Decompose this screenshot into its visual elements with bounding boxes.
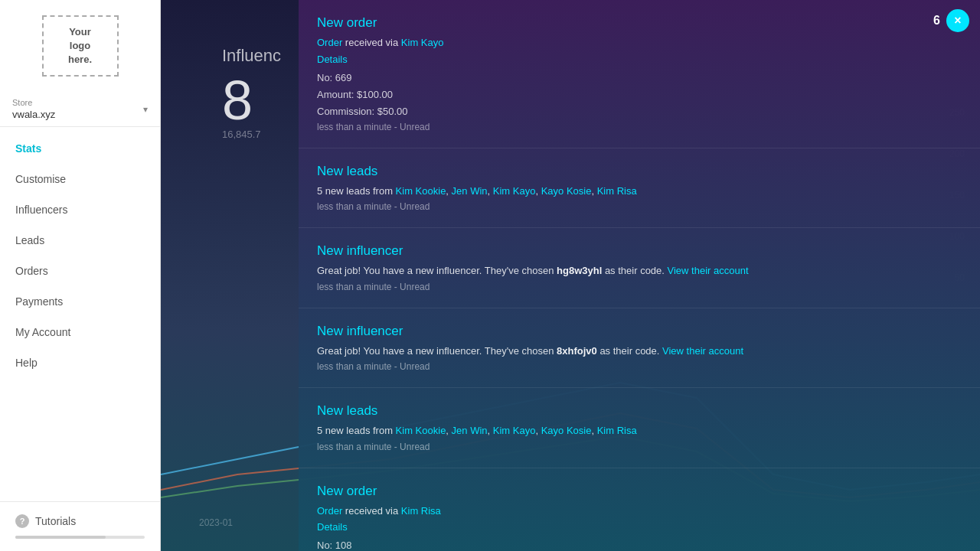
- notification-meta: less than a minute - Unread: [317, 442, 962, 452]
- sidebar-progress-bar: [15, 536, 145, 539]
- store-selector[interactable]: Store vwala.xyz ▾: [0, 92, 160, 127]
- notification-title: New leads: [317, 164, 962, 179]
- sidebar-item-help[interactable]: Help: [0, 347, 160, 378]
- influencer-body-suffix: as their code.: [599, 345, 662, 357]
- notification-meta: less than a minute - Unread: [317, 201, 962, 212]
- details-label[interactable]: Details: [317, 521, 962, 533]
- order-details: No: 108 Amount: $100.00 Commission: $50.…: [317, 537, 962, 551]
- chevron-down-icon: ▾: [143, 104, 148, 115]
- tutorials-item[interactable]: ? Tutorials: [15, 514, 145, 528]
- x-label: 2023-01: [199, 517, 233, 528]
- logo-area: Yourlogohere.: [0, 0, 160, 92]
- influencer-code: 8xhfojv0: [557, 345, 597, 357]
- lead-link[interactable]: Kim Kayo: [493, 425, 536, 436]
- lead-link[interactable]: Kim Kookie: [396, 185, 446, 197]
- influencer-body-prefix: Great job! You have a new influencer. Th…: [317, 265, 557, 276]
- sidebar-progress-fill: [15, 536, 106, 539]
- influencer-body-suffix: as their code.: [605, 265, 668, 276]
- sidebar-item-orders[interactable]: Orders: [0, 256, 160, 286]
- notification-title: New order: [317, 15, 962, 31]
- sidebar-bottom: ? Tutorials: [0, 501, 160, 551]
- lead-link[interactable]: Kayo Kosie: [541, 185, 592, 197]
- lead-link[interactable]: Kim Risa: [597, 185, 637, 197]
- order-commission: Commission: $50.00: [317, 103, 962, 120]
- via-link[interactable]: Kim Kayo: [401, 37, 444, 48]
- tutorials-label: Tutorials: [35, 515, 76, 527]
- close-button[interactable]: ×: [946, 9, 969, 32]
- notification-title: New order: [317, 484, 962, 499]
- notif-body-text: received via: [345, 505, 401, 517]
- sidebar-item-label: My Account: [15, 326, 70, 338]
- notification-item: New influencer Great job! You have a new…: [299, 228, 980, 308]
- notification-item: New leads 5 new leads from Kim Kookie, J…: [299, 148, 980, 229]
- notification-item: New order Order received via Kim Kayo De…: [299, 0, 980, 148]
- notification-body: 5 new leads from Kim Kookie, Jen Win, Ki…: [317, 423, 962, 439]
- influencer-code: hg8w3yhl: [557, 265, 602, 276]
- chart-title: Influenc: [222, 46, 281, 66]
- sidebar-item-label: Stats: [15, 142, 41, 155]
- main-content: Influenc 8 16,845.7 250 200 150 100 50 2…: [161, 0, 980, 551]
- store-label: Store: [12, 98, 55, 107]
- notification-title: New leads: [317, 403, 962, 419]
- store-name: vwala.xyz: [12, 109, 55, 120]
- via-link[interactable]: Kim Risa: [401, 505, 441, 517]
- sidebar-item-label: Orders: [15, 265, 48, 277]
- sidebar: Yourlogohere. Store vwala.xyz ▾ Stats Cu…: [0, 0, 161, 551]
- notification-item: New influencer Great job! You have a new…: [299, 308, 980, 389]
- notification-title: New influencer: [317, 243, 962, 259]
- tutorials-icon: ?: [15, 514, 29, 528]
- view-account-link[interactable]: View their account: [662, 345, 743, 357]
- chart-subtitle: 16,845.7: [222, 129, 261, 140]
- notification-meta: less than a minute - Unread: [317, 282, 962, 292]
- notification-item: New leads 5 new leads from Kim Kookie, J…: [299, 388, 980, 468]
- order-link[interactable]: Order: [317, 37, 342, 48]
- influencer-body-prefix: Great job! You have a new influencer. Th…: [317, 345, 557, 357]
- sidebar-item-leads[interactable]: Leads: [0, 225, 160, 256]
- view-account-link[interactable]: View their account: [668, 265, 749, 276]
- order-no: No: 108: [317, 537, 962, 551]
- sidebar-item-customise[interactable]: Customise: [0, 164, 160, 194]
- leads-body-text: 5 new leads from: [317, 425, 396, 436]
- chart-number: 8: [222, 69, 253, 132]
- notification-meta: less than a minute - Unread: [317, 122, 962, 132]
- lead-link[interactable]: Kim Kayo: [493, 185, 536, 197]
- sidebar-item-label: Leads: [15, 234, 44, 246]
- lead-link[interactable]: Jen Win: [452, 425, 488, 436]
- notification-badge: 6: [933, 14, 940, 28]
- notification-body: Great job! You have a new influencer. Th…: [317, 344, 962, 359]
- notification-body: Great job! You have a new influencer. Th…: [317, 263, 962, 279]
- panel-top-controls: 6 ×: [933, 9, 969, 32]
- order-amount: Amount: $100.00: [317, 86, 962, 103]
- leads-body-text: 5 new leads from: [317, 185, 396, 197]
- lead-link[interactable]: Kim Risa: [597, 425, 637, 436]
- notification-body: 5 new leads from Kim Kookie, Jen Win, Ki…: [317, 184, 962, 199]
- notification-title: New influencer: [317, 324, 962, 339]
- notification-meta: less than a minute - Unread: [317, 361, 962, 372]
- lead-link[interactable]: Kayo Kosie: [541, 425, 592, 436]
- sidebar-item-label: Influencers: [15, 204, 67, 216]
- sidebar-item-label: Help: [15, 357, 38, 369]
- order-link[interactable]: Order: [317, 505, 342, 517]
- sidebar-item-my-account[interactable]: My Account: [0, 317, 160, 347]
- notification-body: Order received via Kim Kayo: [317, 35, 962, 51]
- sidebar-item-payments[interactable]: Payments: [0, 286, 160, 317]
- lead-link[interactable]: Jen Win: [452, 185, 488, 197]
- notif-body-text: received via: [345, 37, 401, 48]
- notification-body: Order received via Kim Risa: [317, 504, 962, 519]
- lead-link[interactable]: Kim Kookie: [396, 425, 446, 436]
- details-label[interactable]: Details: [317, 54, 962, 65]
- logo-placeholder: Yourlogohere.: [42, 15, 119, 77]
- order-details: No: 669 Amount: $100.00 Commission: $50.…: [317, 70, 962, 120]
- sidebar-item-label: Payments: [15, 295, 63, 308]
- notification-item: New order Order received via Kim Risa De…: [299, 468, 980, 551]
- sidebar-item-stats[interactable]: Stats: [0, 133, 160, 164]
- sidebar-item-influencers[interactable]: Influencers: [0, 194, 160, 225]
- nav-menu: Stats Customise Influencers Leads Orders…: [0, 127, 160, 501]
- sidebar-item-label: Customise: [15, 173, 66, 185]
- order-no: No: 669: [317, 70, 962, 86]
- notification-panel[interactable]: 6 × New order Order received via Kim Kay…: [299, 0, 980, 551]
